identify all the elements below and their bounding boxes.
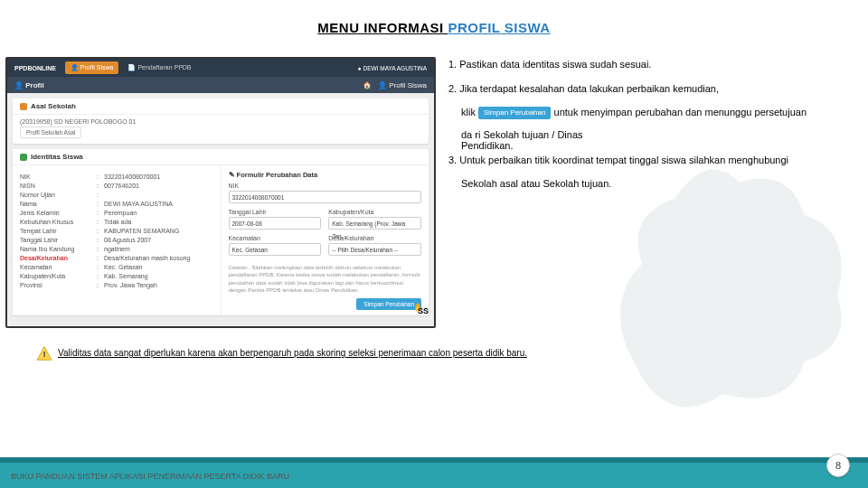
kv-row: Kecamatan:Kec. Getasan (20, 264, 213, 270)
kv-row: Nama Ibu Kandung:ngatinem (20, 246, 213, 252)
form-note: Catatan : Silahkan melengkapi data terle… (229, 264, 422, 295)
kec-input[interactable]: Kec. Getasan (229, 243, 322, 256)
kv-row: Kabupaten/Kota:Kab. Semarang (20, 273, 213, 279)
page-number: 8 (826, 454, 850, 477)
app-screenshot: PPDBONLINE 👤 Profil Siswa 📄 Pendaftaran … (5, 57, 436, 328)
brand: PPDBONLINE (14, 65, 56, 71)
subbar: 👤 Profil 🏠 👤 Profil Siswa (7, 77, 434, 93)
tab-profil-siswa[interactable]: 👤 Profil Siswa (65, 61, 119, 74)
identity-list: NIK:3322014008070001NISN:0077646201Nomor… (13, 165, 221, 315)
tgl-lahir-input[interactable]: 2007-08-08 (229, 217, 322, 230)
step-3: 3. Untuk perbaikan titik koordinat tempa… (448, 153, 855, 168)
step-2: 2. Jika terdapat kesalahan data lakukan … (448, 81, 855, 97)
ss-label: SS (418, 306, 429, 315)
warning-box: ! Validitas data sangat diperlukan karen… (36, 346, 832, 361)
kv-row: NISN:0077646201 (20, 183, 213, 189)
kab-input[interactable]: Kab. Semarang (Prov. Jawa Ten… (328, 217, 421, 230)
step-3b: Sekolah asal atau Sekolah tujuan. (448, 176, 855, 192)
svg-text:!: ! (42, 349, 45, 359)
page-title: MENU INFORMASI PROFIL SISWA (0, 20, 868, 35)
step-2c: da ri Sekolah tujuan / Dinas Pendidikan. (448, 129, 855, 151)
breadcrumb: 🏠 👤 Profil Siswa (363, 81, 427, 89)
kv-row: Kebutuhan Khusus:Tidak ada (20, 219, 213, 225)
step-2b: klik Simpan Perubahan untuk menyimpan pe… (448, 105, 855, 120)
kv-row: Jenis Kelamin:Perempuan (20, 210, 213, 216)
kv-row: Nomor Ujian: (20, 192, 213, 198)
desa-input[interactable]: -- Pilih Desa/Kelurahan -- (328, 243, 421, 256)
kv-row: Desa/Kelurahan:Desa/Kelurahan masih koso… (20, 255, 213, 261)
user-name[interactable]: ● DEWI MAYA AGUSTINA (358, 65, 427, 71)
topbar: PPDBONLINE 👤 Profil Siswa 📄 Pendaftaran … (7, 59, 434, 77)
simpan-inline-button: Simpan Perubahan (478, 107, 552, 119)
card-identitas: Identitas Siswa NIK:3322014008070001NISN… (13, 149, 429, 315)
school-code: (20319958) SD NEGERI POLOBOGO 01 (20, 118, 421, 125)
card-asal: Asal Sekolah (20319958) SD NEGERI POLOBO… (13, 99, 429, 144)
footer-text: BUKU PANDUAN SISTEM APLIKASI PENERIMAAN … (11, 472, 289, 481)
tab-pendaftaran[interactable]: 📄 Pendaftaran PPDB (127, 64, 191, 71)
kv-row: NIK:3322014008070001 (20, 174, 213, 180)
pill-profil-sekolah[interactable]: Profil Sekolah Asal (20, 127, 81, 138)
kv-row: Provinsi:Prov. Jawa Tengah (20, 282, 213, 288)
form-panel: ✎ Formulir Perubahan Data NIK33220140080… (221, 165, 429, 315)
kv-row: Tempat Lahir:KABUPATEN SEMARANG (20, 228, 213, 234)
school-icon (20, 103, 27, 110)
instructions: 1. Pastikan data identitas siswa sudah s… (448, 57, 855, 328)
simpan-button[interactable]: Simpan Perubahan ✋ (356, 298, 421, 310)
step-1: 1. Pastikan data identitas siswa sudah s… (448, 57, 855, 72)
kv-row: Nama:DEWI MAYA AGUSTINA (20, 201, 213, 207)
nik-input[interactable]: 3322014008070001 (229, 191, 422, 203)
identity-icon (20, 154, 27, 161)
subbar-title: 👤 Profil (14, 81, 44, 89)
warning-icon: ! (36, 346, 52, 361)
kv-row: Tanggal Lahir:08 Agustus 2007 (20, 237, 213, 243)
